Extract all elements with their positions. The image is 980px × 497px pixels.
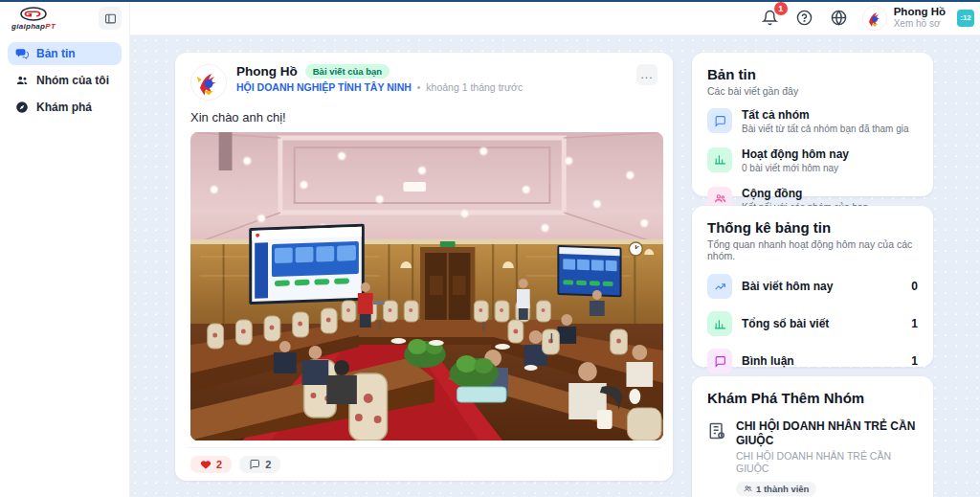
stat-value: 1 (911, 317, 918, 330)
feed-item-title: Tất cả nhóm (742, 108, 909, 122)
feed-card-subtitle: Các bài viết gần đây (707, 85, 918, 97)
feed-item-title: Cộng đồng (742, 187, 868, 200)
language-button[interactable] (828, 7, 851, 30)
member-count-badge: 1 thành viên (736, 482, 816, 496)
feed-card-title: Bản tin (707, 66, 918, 82)
help-button[interactable] (793, 7, 816, 30)
stat-value: 1 (911, 354, 918, 368)
divider (187, 447, 661, 448)
sidebar-item-nhom-cua-toi[interactable]: Nhóm của tôi (8, 69, 122, 92)
stats-card: Thống kê bảng tin Tổng quan nhanh hoạt đ… (692, 206, 933, 367)
user-menu[interactable]: Phong Hồ Xem hồ sơ (862, 6, 946, 31)
post-more-button[interactable]: ... (636, 64, 657, 85)
post-card: Phong Hồ Bài viết của bạn HỘI DOANH NGHI… (175, 53, 673, 481)
sidebar-item-ban-tin[interactable]: Bản tin (8, 42, 122, 65)
people-icon (15, 74, 29, 87)
post-timestamp: khoảng 1 tháng trước (426, 81, 523, 93)
user-name: Phong Hồ (894, 6, 946, 18)
app-header: 1 Phong Hồ Xem hồ sơ :12 (0, 0, 980, 35)
discover-group-subtitle: CHI HỘI DOANH NHÂN TRẺ CẦN GIUỘC (736, 450, 918, 474)
own-post-badge: Bài viết của bạn (305, 64, 390, 79)
logo-gp-icon (19, 7, 48, 23)
bar-chart-icon (714, 318, 726, 330)
comment-count: 2 (265, 459, 271, 470)
bar-chart-icon (714, 153, 726, 166)
comment-icon (714, 355, 726, 368)
discover-card-title: Khám Phá Thêm Nhóm (707, 390, 918, 406)
trending-up-icon (714, 281, 726, 293)
sidebar-item-label: Nhóm của tôi (36, 74, 109, 87)
sidebar-collapse-button[interactable] (99, 7, 122, 30)
sidebar-item-label: Khám phá (36, 101, 92, 114)
avatar (862, 6, 887, 31)
post-group-link[interactable]: HỘI DOANH NGHIỆP TỈNH TÂY NINH (236, 81, 412, 93)
member-count-label: 1 thành viên (756, 484, 809, 494)
feed-info-card: Bản tin Các bài viết gần đây Tất cả nhóm… (692, 53, 933, 196)
stats-card-title: Thống kê bảng tin (707, 219, 918, 236)
community-icon (714, 192, 726, 205)
widget-badge-icon[interactable]: :12 (957, 10, 974, 27)
feed-item-title: Hoạt động hôm nay (742, 147, 849, 161)
sidebar-item-label: Bản tin (36, 47, 76, 60)
post-photo[interactable] (190, 132, 663, 441)
compass-icon (15, 101, 29, 114)
post-text: Xin chào anh chị! (190, 110, 657, 124)
comment-button[interactable]: 2 (239, 456, 280, 473)
stat-label: Bình luận (742, 354, 902, 368)
notification-badge: 1 (774, 2, 788, 15)
people-icon (744, 485, 752, 493)
like-button[interactable]: 2 (190, 456, 232, 473)
globe-icon (831, 10, 847, 26)
like-count: 2 (216, 459, 222, 470)
separator-dot: • (417, 82, 421, 93)
top-accent-line (0, 0, 980, 2)
comment-icon (249, 459, 260, 470)
stat-comments: Bình luận 1 (707, 349, 918, 373)
stat-total-posts: Tổng số bài viết 1 (707, 311, 918, 336)
feed-item-all-groups[interactable]: Tất cả nhómBài viết từ tất cả nhóm bạn đ… (707, 108, 918, 136)
post-author-name[interactable]: Phong Hồ (236, 64, 298, 79)
discover-group-name[interactable]: CHI HỘI DOANH NHÂN TRẺ CẦN GIUỘC (736, 419, 918, 448)
chat-bubbles-icon (15, 47, 29, 60)
sidebar: giaiphapPT Bản tin Nhóm của tôi Khám phá (0, 0, 130, 497)
discover-card: Khám Phá Thêm Nhóm CHI HỘI DOANH NHÂN TR… (692, 376, 933, 497)
stat-value: 0 (911, 280, 918, 293)
panel-collapse-icon (104, 12, 117, 25)
help-icon (796, 10, 813, 26)
heart-icon (200, 459, 212, 470)
stats-card-subtitle: Tổng quan nhanh hoạt động hôm nay của cá… (707, 238, 918, 261)
feed-item-desc: Bài viết từ tất cả nhóm bạn đã tham gia (742, 124, 909, 136)
organization-icon (707, 421, 726, 441)
feed-item-activity-today[interactable]: Hoạt động hôm nay0 bài viết mới hôm nay (707, 147, 918, 175)
stat-label: Bài viết hôm nay (742, 280, 902, 293)
post-author-avatar[interactable] (190, 64, 227, 101)
sidebar-item-kham-pha[interactable]: Khám phá (8, 96, 122, 119)
app-logo[interactable]: giaiphapPT (11, 7, 56, 31)
user-caption: Xem hồ sơ (894, 18, 946, 30)
chat-icon (714, 115, 726, 127)
feed-item-desc: 0 bài viết mới hôm nay (742, 163, 849, 175)
notifications-button[interactable]: 1 (759, 7, 782, 30)
stat-label: Tổng số bài viết (742, 317, 902, 330)
stat-posts-today: Bài viết hôm nay 0 (707, 274, 918, 299)
